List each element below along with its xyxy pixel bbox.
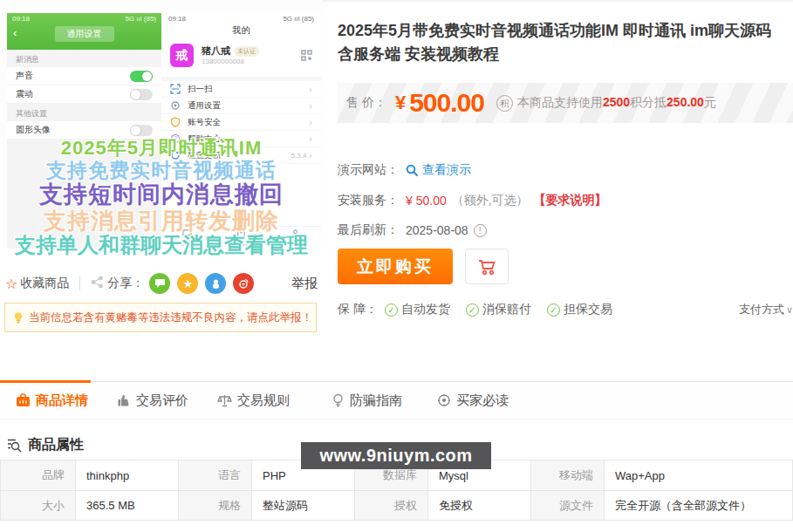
screenshot-profile-screen: 09:18 5G ııl (85) 我的 戒 猪八戒 未认证 138000000… xyxy=(161,13,321,249)
svg-text:?: ? xyxy=(174,135,177,141)
favorite-button[interactable]: 收藏商品 xyxy=(20,276,69,291)
install-requirements-link[interactable]: 【要求说明】 xyxy=(534,193,607,208)
person-icon xyxy=(291,228,300,238)
weibo-share-icon[interactable] xyxy=(233,273,254,294)
page-title: 2025年5月带免费实时音视频通话功能IM 即时通讯 im聊天源码 含服务端 安… xyxy=(338,19,791,66)
toggle-sound-on xyxy=(130,71,153,82)
price-bar: 售 价： ¥ 500.00 积 本商品支持使用2500积分抵250.00元 xyxy=(338,83,793,123)
toggle-vibrate-off xyxy=(130,89,153,100)
menu-item-general-settings: 通用设置 › xyxy=(161,98,321,114)
install-price: ¥ 50.00 xyxy=(406,194,447,208)
favorite-star-icon[interactable]: ☆ xyxy=(5,276,17,292)
attr-value: thinkphp xyxy=(75,460,178,490)
demo-site-row: 演示网站： 查看演示 xyxy=(338,162,793,178)
share-label: 分享： xyxy=(107,276,144,291)
demo-label: 演示网站： xyxy=(338,162,399,178)
attr-label: 语言 xyxy=(178,460,251,490)
view-demo-link[interactable]: 查看演示 xyxy=(406,162,471,178)
bulb-outline-icon xyxy=(332,393,345,407)
scales-icon xyxy=(217,393,232,407)
avatar: 戒 xyxy=(170,44,194,67)
status-badge: 未认证 xyxy=(234,46,259,57)
profile-card: 戒 猪八戒 未认证 13800000008 xyxy=(161,42,321,73)
attr-value: 整站源码 xyxy=(251,490,354,520)
attr-value: Wap+App xyxy=(604,460,792,490)
qq-share-icon[interactable] xyxy=(205,273,226,294)
settings-header: 09:18 5G ııl (85) ‹ 通用设置 xyxy=(7,13,161,50)
buy-now-button[interactable]: 立即购买 xyxy=(338,249,453,284)
points-text: 本商品支持使用2500积分抵250.00元 xyxy=(517,95,716,111)
price-value: 500.00 xyxy=(409,88,484,118)
thumb-up-icon xyxy=(117,393,131,407)
tab-trade-rules[interactable]: 交易规则 xyxy=(217,392,290,409)
tab-buyer-must-read[interactable]: 买家必读 xyxy=(437,392,509,409)
attr-value: 免授权 xyxy=(427,490,530,520)
contacts-icon xyxy=(236,228,246,238)
product-image: 09:18 5G ııl (85) ‹ 通用设置 新消息 声音 震动 其他设置 … xyxy=(0,0,323,249)
tabbar-contacts: 通讯录 xyxy=(232,228,250,248)
product-info-panel: 2025年5月带免费实时音视频通话功能IM 即时通讯 im聊天源码 含服务端 安… xyxy=(338,0,793,349)
screenshot-settings-screen: 09:18 5G ııl (85) ‹ 通用设置 新消息 声音 震动 其他设置 … xyxy=(7,13,161,249)
check-circle-icon: ✓ xyxy=(466,304,479,317)
list-search-icon xyxy=(7,438,22,453)
watermark: www.9niuym.com xyxy=(301,442,491,469)
check-circle-icon: ✓ xyxy=(547,304,560,317)
favorite-share-row: ☆ 收藏商品 分享： ★ 举报 xyxy=(5,272,321,295)
guarantee-auto-delivery: ✓ 自动发货 xyxy=(385,302,450,317)
section-label-other: 其他设置 xyxy=(7,104,161,121)
tab-trade-reviews[interactable]: 交易评价 xyxy=(117,392,188,409)
chevron-right-icon: › xyxy=(309,133,312,144)
info-bang-icon: ! xyxy=(474,224,487,237)
star-share-icon[interactable]: ★ xyxy=(177,273,198,294)
add-to-cart-button[interactable] xyxy=(465,249,509,284)
qr-code-icon xyxy=(301,49,312,65)
attr-value: 365.5 MB xyxy=(75,490,178,520)
report-link[interactable]: 举报 xyxy=(291,276,318,292)
status-time: 09:18 xyxy=(12,15,30,23)
tab-anti-fraud-guide[interactable]: 防骗指南 xyxy=(332,392,402,409)
attr-label: 大小 xyxy=(1,490,75,520)
menu-item-scan: 扫一扫 › xyxy=(161,81,321,98)
phone-tabbar: 消息 通讯录 我的 xyxy=(161,226,321,249)
question-circle-icon: ? xyxy=(170,133,181,145)
report-warning-banner[interactable]: 当前信息若含有黄赌毒等违法违规不良内容，请点此举报！ xyxy=(4,303,317,332)
chat-bubble-icon xyxy=(182,228,192,238)
cart-icon xyxy=(476,257,497,276)
install-note: （额外,可选） xyxy=(452,193,529,208)
nickname: 猪八戒 xyxy=(202,44,230,58)
attributes-section-header: 商品属性 xyxy=(7,436,84,454)
chevron-right-icon: › xyxy=(309,150,312,160)
wechat-share-icon[interactable] xyxy=(149,273,170,294)
magnifier-icon xyxy=(406,164,419,177)
settings-title: 通用设置 xyxy=(55,26,114,42)
phone-number: 13800000008 xyxy=(202,58,244,65)
gear-icon xyxy=(170,100,181,112)
target-icon xyxy=(437,393,451,407)
detail-tabs: 商品详情 交易评价 交易规则 防骗指南 买家必读 xyxy=(0,381,793,419)
share-nodes-icon xyxy=(91,276,104,292)
attr-label: 规格 xyxy=(178,490,251,520)
points-amount: 250.00 xyxy=(667,95,704,109)
tabbar-mine: 我的 xyxy=(290,228,302,248)
attr-label: 源文件 xyxy=(530,490,604,520)
attr-label: 授权 xyxy=(354,490,427,520)
chevron-right-icon: › xyxy=(309,100,312,111)
status-signal: 5G ııl (85) xyxy=(283,15,314,23)
last-refresh-row: 最后刷新： 2025-08-08 ! xyxy=(338,222,793,238)
back-arrow-icon: ‹ xyxy=(13,26,17,40)
setting-row-round-avatar: 圆形头像 xyxy=(7,121,161,140)
install-label: 安装服务： xyxy=(338,193,399,208)
refresh-label: 最后刷新： xyxy=(338,222,399,238)
guarantee-escrow: ✓ 担保交易 xyxy=(547,302,612,317)
check-circle-icon: ✓ xyxy=(385,304,398,317)
payment-methods-toggle[interactable]: 支付方式∨ xyxy=(739,302,793,317)
divider xyxy=(79,276,80,290)
tab-product-detail[interactable]: 商品详情 xyxy=(16,392,88,409)
price-label: 售 价： xyxy=(346,95,386,111)
app-version: 5.3.4 xyxy=(291,152,307,160)
warning-text: 当前信息若含有黄赌毒等违法违规不良内容，请点此举报！ xyxy=(29,310,312,325)
tabbar-messages: 消息 xyxy=(181,228,193,248)
attr-label: 移动端 xyxy=(530,460,604,490)
scan-icon xyxy=(170,84,181,95)
setting-row-sound: 声音 xyxy=(7,67,161,85)
